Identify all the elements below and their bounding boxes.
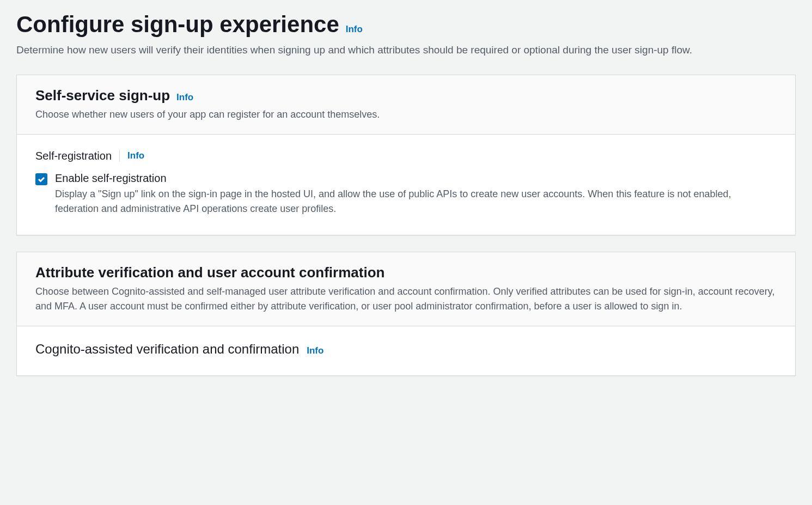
cognito-assisted-row: Cognito-assisted verification and confir…	[35, 342, 777, 357]
self-service-info-link[interactable]: Info	[176, 92, 193, 103]
enable-self-registration-row: Enable self-registration Display a "Sign…	[35, 172, 777, 216]
verification-title: Attribute verification and user account …	[35, 264, 384, 281]
page-title: Configure sign-up experience	[16, 11, 339, 38]
self-registration-label-row: Self-registration Info	[35, 150, 777, 162]
self-registration-label: Self-registration	[35, 150, 112, 162]
enable-self-registration-description: Display a "Sign up" link on the sign-in …	[55, 187, 777, 216]
verification-title-row: Attribute verification and user account …	[35, 264, 777, 281]
self-registration-info-link[interactable]: Info	[127, 150, 144, 161]
self-service-panel-body: Self-registration Info Enable self-regis…	[17, 135, 795, 235]
cognito-assisted-title: Cognito-assisted verification and confir…	[35, 342, 299, 357]
checkbox-content: Enable self-registration Display a "Sign…	[55, 172, 777, 216]
self-service-panel-header: Self-service sign-up Info Choose whether…	[17, 75, 795, 135]
verification-panel: Attribute verification and user account …	[16, 252, 796, 376]
verification-panel-header: Attribute verification and user account …	[17, 252, 795, 326]
verification-description: Choose between Cognito-assisted and self…	[35, 284, 777, 314]
checkmark-icon	[37, 175, 46, 184]
verification-panel-body: Cognito-assisted verification and confir…	[17, 326, 795, 375]
enable-self-registration-checkbox[interactable]	[35, 173, 47, 185]
cognito-assisted-info-link[interactable]: Info	[307, 345, 323, 356]
enable-self-registration-label: Enable self-registration	[55, 172, 777, 185]
label-divider	[119, 150, 120, 162]
page-description: Determine how new users will verify thei…	[16, 42, 796, 58]
page-title-row: Configure sign-up experience Info	[16, 11, 796, 38]
self-service-title-row: Self-service sign-up Info	[35, 87, 777, 104]
page-header: Configure sign-up experience Info Determ…	[16, 11, 796, 58]
self-service-description: Choose whether new users of your app can…	[35, 107, 777, 122]
page-info-link[interactable]: Info	[346, 24, 363, 35]
self-service-title: Self-service sign-up	[35, 87, 170, 104]
self-service-panel: Self-service sign-up Info Choose whether…	[16, 75, 796, 235]
